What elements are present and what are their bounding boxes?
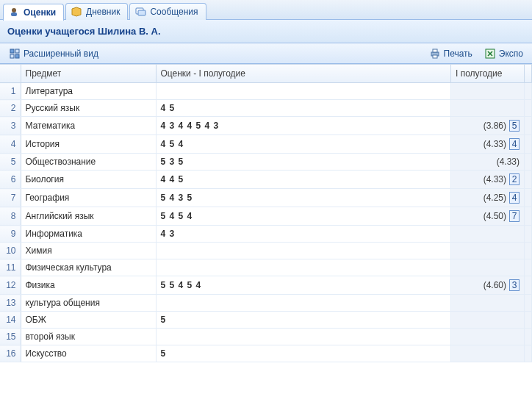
col-extra[interactable] — [525, 65, 532, 83]
avg-cell — [451, 259, 525, 276]
table-row[interactable]: 3Математика4 3 4 4 5 4 3(3.86)5 — [0, 117, 532, 135]
table-row[interactable]: 8Английский язык5 4 5 4(4.50)7 — [0, 207, 532, 226]
row-number: 3 — [0, 117, 21, 135]
svg-rect-9 — [433, 49, 437, 52]
svg-rect-1 — [11, 12, 17, 16]
table-row[interactable]: 9Информатика4 3 — [0, 226, 532, 243]
extra-cell — [525, 207, 532, 226]
col-number[interactable] — [0, 65, 21, 83]
grades-icon — [8, 7, 20, 18]
svg-rect-3 — [138, 10, 145, 15]
period-grade-box[interactable]: 2 — [509, 173, 520, 185]
row-number: 11 — [0, 259, 21, 276]
table-row[interactable]: 1Литература — [0, 83, 532, 100]
export-button[interactable]: Экспо — [480, 46, 528, 62]
table-row[interactable]: 2Русский язык4 5 — [0, 100, 532, 117]
expanded-view-button[interactable]: Расширенный вид — [4, 46, 103, 62]
tab-diary[interactable]: Дневник — [65, 3, 128, 20]
period-grade-box[interactable]: 7 — [509, 210, 520, 222]
col-marks[interactable]: Оценки - I полугодие — [156, 65, 451, 83]
table-row[interactable]: 11Физическая культура — [0, 259, 532, 276]
row-number: 13 — [0, 295, 21, 312]
row-number: 15 — [0, 329, 21, 345]
row-number: 7 — [0, 189, 21, 207]
period-grade-box[interactable]: 4 — [509, 192, 520, 204]
tab-grades[interactable]: Оценки — [3, 4, 64, 21]
period-grade-box[interactable]: 3 — [509, 279, 520, 291]
table-row[interactable]: 16Искусство5 — [0, 345, 532, 362]
tab-label: Сообщения — [150, 7, 198, 17]
period-grade-box[interactable]: 4 — [509, 138, 520, 150]
diary-icon — [71, 6, 82, 18]
row-number: 5 — [0, 154, 21, 171]
row-number: 16 — [0, 345, 21, 362]
extra-cell — [525, 345, 532, 362]
marks-cell: 5 3 5 — [156, 154, 451, 171]
extra-cell — [525, 226, 532, 243]
tab-messages[interactable]: Сообщения — [129, 3, 206, 20]
print-button[interactable]: Печать — [425, 46, 477, 62]
table-row[interactable]: 7География5 4 3 5(4.25)4 — [0, 189, 532, 207]
avg-cell: (4.33) — [451, 154, 525, 171]
subject-cell: Биология — [21, 171, 156, 189]
marks-cell — [156, 83, 451, 100]
page-title: Оценки учащегося Шилина В. А. — [7, 26, 161, 37]
avg-value: (3.86) — [484, 121, 506, 131]
subject-cell: Химия — [21, 243, 156, 259]
avg-cell: (4.50)7 — [451, 207, 525, 226]
marks-cell — [156, 295, 451, 312]
avg-cell — [451, 312, 525, 329]
avg-cell — [451, 243, 525, 259]
extra-cell — [525, 189, 532, 207]
expand-icon — [9, 48, 21, 60]
col-subject[interactable]: Предмет — [21, 65, 156, 83]
subject-cell: Физическая культура — [21, 259, 156, 276]
table-row[interactable]: 12Физика5 5 4 5 4(4.60)3 — [0, 276, 532, 295]
avg-value: (4.33) — [484, 139, 506, 149]
subject-cell: ОБЖ — [21, 312, 156, 329]
table-row[interactable]: 5Обществознание5 3 5(4.33) — [0, 154, 532, 171]
subject-cell: Информатика — [21, 226, 156, 243]
svg-rect-6 — [10, 54, 14, 58]
subject-cell: культура общения — [21, 295, 156, 312]
avg-cell — [451, 345, 525, 362]
table-row[interactable]: 13культура общения — [0, 295, 532, 312]
export-excel-icon — [484, 48, 496, 60]
extra-cell — [525, 329, 532, 345]
marks-cell: 4 5 — [156, 100, 451, 117]
tab-bar: Оценки Дневник Сообщения — [0, 0, 532, 20]
subject-cell: Литература — [21, 83, 156, 100]
tab-label: Оценки — [24, 7, 56, 18]
table-row[interactable]: 15второй язык — [0, 329, 532, 345]
table-row[interactable]: 6Биология4 4 5(4.33)2 — [0, 171, 532, 189]
marks-cell: 4 4 5 — [156, 171, 451, 189]
period-grade-box[interactable]: 5 — [509, 120, 520, 132]
svg-point-0 — [12, 8, 16, 12]
header-row: Предмет Оценки - I полугодие I полугодие — [0, 65, 532, 83]
avg-cell: (4.25)4 — [451, 189, 525, 207]
extra-cell — [525, 100, 532, 117]
table-row[interactable]: 10Химия — [0, 243, 532, 259]
avg-cell: (4.33)2 — [451, 171, 525, 189]
avg-cell: (4.60)3 — [451, 276, 525, 295]
row-number: 6 — [0, 171, 21, 189]
marks-cell — [156, 243, 451, 259]
extra-cell — [525, 117, 532, 135]
row-number: 2 — [0, 100, 21, 117]
svg-rect-10 — [433, 55, 437, 58]
subject-cell: Обществознание — [21, 154, 156, 171]
table-row[interactable]: 14ОБЖ5 — [0, 312, 532, 329]
marks-cell: 4 3 4 4 5 4 3 — [156, 117, 451, 135]
toolbar-label: Расширенный вид — [24, 49, 98, 59]
subject-cell: География — [21, 189, 156, 207]
tab-label: Дневник — [86, 7, 120, 17]
row-number: 12 — [0, 276, 21, 295]
extra-cell — [525, 243, 532, 259]
row-number: 8 — [0, 207, 21, 226]
subject-cell: Искусство — [21, 345, 156, 362]
marks-cell: 5 5 4 5 4 — [156, 276, 451, 295]
extra-cell — [525, 312, 532, 329]
marks-cell: 5 4 3 5 — [156, 189, 451, 207]
table-row[interactable]: 4История4 5 4(4.33)4 — [0, 135, 532, 154]
col-avg1[interactable]: I полугодие — [451, 65, 525, 83]
